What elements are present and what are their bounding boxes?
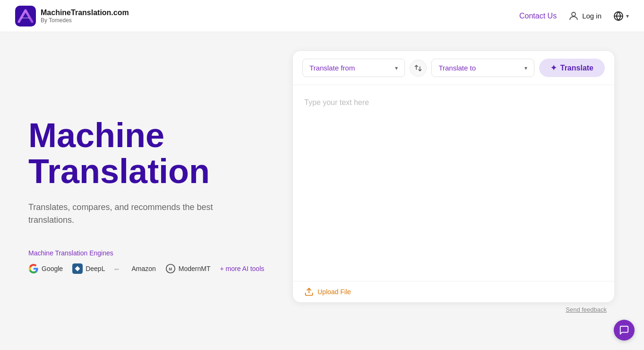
modernmt-icon: M: [165, 263, 176, 274]
language-selector[interactable]: ▾: [613, 10, 629, 22]
upload-icon: [304, 287, 314, 297]
hero-title: Machine Translation: [28, 118, 274, 189]
translator-body: [293, 85, 614, 281]
chevron-from-icon: ▾: [395, 65, 398, 71]
chevron-down-icon: ▾: [626, 13, 629, 19]
logo-title: MachineTranslation.com: [41, 8, 129, 17]
modernmt-label: ModernMT: [179, 265, 211, 272]
hero-title-line2: Translation: [28, 152, 210, 190]
svg-text:aws: aws: [114, 267, 119, 270]
svg-rect-0: [15, 6, 36, 26]
engine-amazon: aws Amazon: [114, 265, 155, 272]
engine-google: Google: [28, 263, 63, 274]
swap-languages-button[interactable]: [410, 60, 427, 77]
engine-deepl: DeepL: [72, 263, 105, 274]
contact-us-link[interactable]: Contact Us: [519, 12, 557, 20]
chat-icon: [619, 325, 629, 335]
header-nav: Contact Us Log in ▾: [519, 10, 629, 22]
swap-icon: [414, 64, 422, 72]
login-label: Log in: [582, 12, 601, 20]
translator-card: Translate from ▾ Translate to ▾ ✦ Transl…: [293, 51, 614, 302]
translate-to-label: Translate to: [438, 64, 476, 72]
amazon-label: Amazon: [131, 265, 155, 272]
hero-subtitle: Translates, compares, and recommends the…: [28, 201, 227, 227]
translate-to-select[interactable]: Translate to ▾: [431, 59, 534, 77]
text-input[interactable]: [304, 96, 603, 271]
deepl-icon: [72, 263, 83, 274]
svg-text:M: M: [169, 267, 172, 271]
send-feedback-link[interactable]: Send feedback: [293, 302, 614, 315]
main-content: Machine Translation Translates, compares…: [0, 32, 644, 350]
more-tools-link[interactable]: + more AI tools: [220, 265, 264, 272]
left-panel: Machine Translation Translates, compares…: [28, 51, 274, 331]
logo-subtitle: By Tomedes: [41, 17, 129, 24]
logo-link[interactable]: MachineTranslation.com By Tomedes: [15, 6, 129, 26]
google-icon: [28, 263, 39, 274]
chevron-to-icon: ▾: [524, 65, 527, 71]
upload-file-label: Upload File: [318, 288, 351, 296]
deepl-label: DeepL: [86, 265, 105, 272]
translate-from-label: Translate from: [309, 64, 355, 72]
sparkle-icon: ✦: [550, 63, 557, 72]
right-panel: Translate from ▾ Translate to ▾ ✦ Transl…: [293, 51, 614, 331]
amazon-icon: aws: [114, 265, 129, 272]
chat-widget[interactable]: [614, 320, 635, 341]
translator-header: Translate from ▾ Translate to ▾ ✦ Transl…: [293, 51, 614, 85]
translate-button-label: Translate: [560, 64, 593, 72]
engines-label: Machine Translation Engines: [28, 249, 274, 257]
translate-from-select[interactable]: Translate from ▾: [302, 59, 405, 77]
translator-footer: Upload File: [293, 281, 614, 302]
engines-list: Google DeepL aws Amazon: [28, 263, 274, 274]
logo-icon: [15, 6, 36, 26]
account-icon: [568, 10, 579, 22]
engine-modernmt: M ModernMT: [165, 263, 211, 274]
translate-button[interactable]: ✦ Translate: [539, 59, 605, 77]
hero-title-line1: Machine: [28, 116, 164, 154]
globe-icon: [613, 10, 624, 22]
upload-file-button[interactable]: Upload File: [304, 287, 351, 297]
logo-text: MachineTranslation.com By Tomedes: [41, 8, 129, 24]
login-button[interactable]: Log in: [568, 10, 601, 22]
header: MachineTranslation.com By Tomedes Contac…: [0, 0, 644, 32]
svg-point-1: [572, 12, 575, 16]
google-label: Google: [42, 265, 63, 272]
